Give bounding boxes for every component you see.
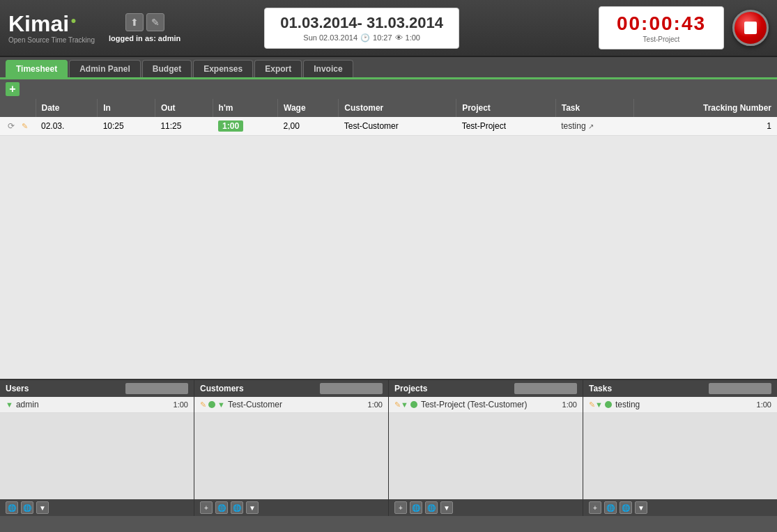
row-task-extlink[interactable]: ↗ bbox=[588, 123, 594, 130]
tasks-footer-icon3[interactable]: ▼ bbox=[635, 501, 647, 514]
users-item-label: admin bbox=[16, 400, 174, 409]
col-task: Task bbox=[555, 99, 633, 117]
projects-panel: Projects ✎ ▼ Test-Project (Test-Customer… bbox=[389, 380, 583, 516]
users-footer-icon3[interactable]: ▼ bbox=[36, 501, 49, 514]
tasks-footer-icon1[interactable]: 🌐 bbox=[604, 501, 617, 514]
tab-timesheet[interactable]: Timesheet bbox=[6, 60, 68, 77]
customers-edit-icon[interactable]: ✎ bbox=[200, 400, 206, 409]
nav-tabs: Timesheet Admin Panel Budget Expenses Ex… bbox=[0, 57, 777, 79]
table-row: ⟳ ✎ 02.03. 10:25 11:25 1:00 2,00 Test-Cu… bbox=[0, 117, 777, 136]
customers-item-value: 1:00 bbox=[368, 400, 383, 409]
col-wage: Wage bbox=[278, 99, 339, 117]
logged-in-user: admin bbox=[158, 34, 180, 42]
row-task: testing ↗ bbox=[555, 117, 633, 136]
customers-panel-title: Customers bbox=[200, 384, 316, 393]
date-range-box[interactable]: 01.03.2014- 31.03.2014 Sun 02.03.2014 🕑 … bbox=[264, 8, 459, 49]
col-customer: Customer bbox=[339, 99, 456, 117]
users-panel-body: ▼ admin 1:00 bbox=[0, 397, 194, 499]
settings-icon[interactable]: ✎ bbox=[146, 13, 164, 31]
projects-search-input[interactable] bbox=[514, 383, 577, 394]
table-toolbar: + bbox=[0, 79, 777, 99]
tasks-filter-icon: ▼ bbox=[595, 400, 603, 409]
stop-button-icon bbox=[744, 22, 757, 34]
customers-status-icon bbox=[208, 401, 215, 408]
tasks-status-icon bbox=[605, 401, 612, 408]
projects-panel-title: Projects bbox=[394, 384, 510, 393]
users-panel-title: Users bbox=[6, 384, 121, 393]
tab-invoice[interactable]: Invoice bbox=[303, 60, 353, 77]
projects-footer-add[interactable]: + bbox=[394, 501, 407, 514]
tasks-search-input[interactable] bbox=[709, 383, 771, 394]
projects-footer-icon2[interactable]: 🌐 bbox=[425, 501, 438, 514]
date-range-main: 01.03.2014- 31.03.2014 bbox=[276, 14, 447, 32]
customers-footer-icon1[interactable]: 🌐 bbox=[215, 501, 228, 514]
tasks-footer-add[interactable]: + bbox=[589, 501, 601, 514]
header-toolbar: ⬆ ✎ logged in as: admin bbox=[109, 13, 180, 42]
projects-footer-icon3[interactable]: ▼ bbox=[440, 501, 453, 514]
timer-display: 00:00:43 bbox=[610, 13, 712, 35]
current-time: 10:27 bbox=[373, 33, 392, 42]
users-panel-header: Users bbox=[0, 380, 194, 397]
projects-footer-icon1[interactable]: 🌐 bbox=[410, 501, 422, 514]
customers-footer-icon2[interactable]: 🌐 bbox=[231, 501, 243, 514]
stop-button[interactable] bbox=[732, 10, 769, 46]
clock-icon: 🕑 bbox=[360, 33, 370, 42]
users-panel: Users ▼ admin 1:00 🌐 🌐 ▼ bbox=[0, 380, 194, 516]
app-subtitle: Open Source Time Tracking bbox=[8, 36, 95, 44]
tab-budget[interactable]: Budget bbox=[142, 60, 192, 77]
row-actions: ⟳ ✎ bbox=[0, 117, 36, 136]
users-item-value: 1:00 bbox=[174, 400, 188, 409]
customers-filter-icon: ▼ bbox=[217, 400, 225, 409]
tasks-edit-icon[interactable]: ✎ bbox=[589, 400, 595, 409]
tasks-panel-header: Tasks bbox=[583, 380, 777, 397]
projects-edit-icon[interactable]: ✎ bbox=[394, 400, 401, 409]
col-in: In bbox=[98, 99, 155, 117]
logged-in-prefix: logged in as: bbox=[109, 34, 156, 42]
export-icon[interactable]: ⬆ bbox=[125, 13, 144, 31]
col-project: Project bbox=[456, 99, 556, 117]
users-footer-icon1[interactable]: 🌐 bbox=[6, 501, 18, 514]
tasks-panel-footer: + 🌐 🌐 ▼ bbox=[583, 499, 777, 516]
col-tracking: Tracking Number bbox=[633, 99, 777, 117]
row-date: 02.03. bbox=[36, 117, 98, 136]
timesheet-table: Date In Out h'm Wage Customer Project Ta… bbox=[0, 99, 777, 136]
row-duration: 1:00 bbox=[213, 117, 277, 136]
tab-export[interactable]: Export bbox=[254, 60, 302, 77]
col-date: Date bbox=[36, 99, 98, 117]
logo-area: Kimai● Open Source Time Tracking bbox=[8, 13, 95, 44]
add-entry-button[interactable]: + bbox=[6, 82, 20, 96]
tasks-panel-item: ✎ ▼ testing 1:00 bbox=[583, 397, 777, 413]
eye-icon: 👁 bbox=[395, 33, 403, 42]
timer-box: 00:00:43 Test-Project bbox=[599, 6, 724, 49]
tab-expenses[interactable]: Expenses bbox=[193, 60, 253, 77]
app-logo: Kimai● bbox=[8, 13, 95, 35]
users-panel-footer: 🌐 🌐 ▼ bbox=[0, 499, 194, 516]
users-panel-item: ▼ admin 1:00 bbox=[0, 397, 194, 413]
row-edit-icon[interactable]: ✎ bbox=[19, 120, 30, 132]
app-name: Kimai bbox=[8, 13, 69, 35]
customers-search-input[interactable] bbox=[320, 383, 383, 394]
customers-panel: Customers ✎ ▼ Test-Customer 1:00 + 🌐 🌐 ▼ bbox=[194, 380, 389, 516]
main-content: + Date In Out h'm Wage Customer Project … bbox=[0, 79, 777, 379]
tasks-item-label: testing bbox=[615, 400, 757, 409]
bottom-panels: Users ▼ admin 1:00 🌐 🌐 ▼ Customers ✎ ▼ bbox=[0, 379, 777, 516]
users-search-input[interactable] bbox=[125, 383, 188, 394]
tasks-item-value: 1:00 bbox=[757, 400, 771, 409]
col-duration: h'm bbox=[213, 99, 277, 117]
customers-panel-item: ✎ ▼ Test-Customer 1:00 bbox=[194, 397, 388, 413]
tab-admin-panel[interactable]: Admin Panel bbox=[69, 60, 141, 77]
customers-footer-add[interactable]: + bbox=[200, 501, 213, 514]
tasks-footer-icon2[interactable]: 🌐 bbox=[620, 501, 632, 514]
tasks-panel-title: Tasks bbox=[589, 384, 705, 393]
col-actions bbox=[0, 99, 36, 117]
row-reload-icon[interactable]: ⟳ bbox=[6, 120, 17, 132]
col-out: Out bbox=[155, 99, 213, 117]
projects-panel-body: ✎ ▼ Test-Project (Test-Customer) 1:00 bbox=[389, 397, 583, 499]
projects-panel-footer: + 🌐 🌐 ▼ bbox=[389, 499, 583, 516]
logo-dot: ● bbox=[70, 15, 76, 25]
customers-footer-icon3[interactable]: ▼ bbox=[246, 501, 259, 514]
projects-panel-item: ✎ ▼ Test-Project (Test-Customer) 1:00 bbox=[389, 397, 583, 413]
users-footer-icon2[interactable]: 🌐 bbox=[21, 501, 33, 514]
customers-item-label: Test-Customer bbox=[228, 400, 368, 409]
customers-panel-footer: + 🌐 🌐 ▼ bbox=[194, 499, 388, 516]
